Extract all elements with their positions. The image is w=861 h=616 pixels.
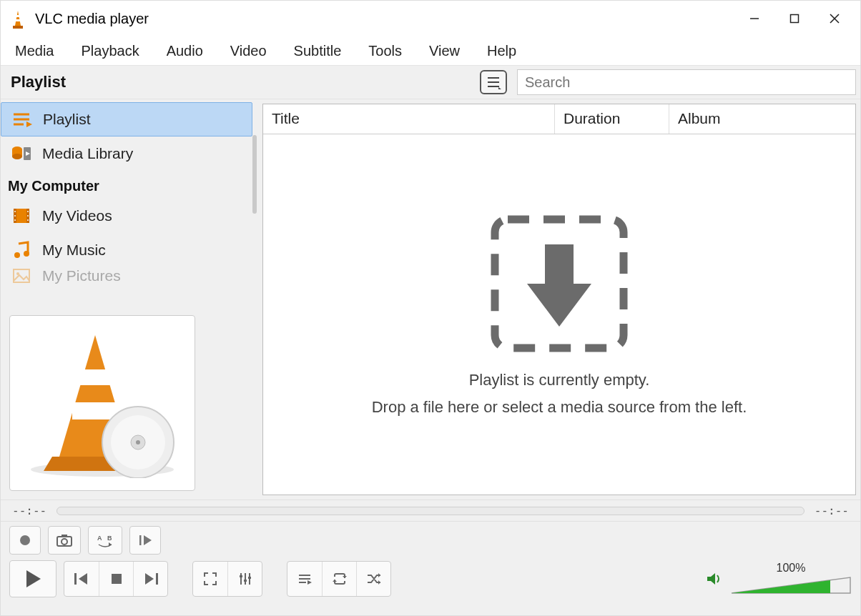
svg-marker-54 [26, 570, 41, 587]
playlist-heading: Playlist [1, 73, 258, 91]
svg-text:B: B [107, 535, 112, 542]
close-button[interactable] [815, 4, 855, 33]
volume-percent-label: 100% [777, 562, 806, 575]
window-title: VLC media player [35, 11, 734, 27]
svg-marker-71 [333, 580, 337, 582]
svg-point-24 [14, 211, 16, 212]
menu-playback[interactable]: Playback [74, 39, 146, 64]
search-box [517, 69, 860, 95]
seek-bar-row: --:-- --:-- [1, 500, 860, 521]
list-view-icon [486, 75, 501, 89]
empty-message-line2: Drop a file here or select a media sourc… [372, 398, 747, 417]
menu-view[interactable]: View [422, 39, 467, 64]
music-icon [11, 239, 32, 261]
toggle-playlist-button[interactable] [287, 562, 322, 596]
svg-rect-5 [791, 15, 799, 23]
column-header-title[interactable]: Title [263, 104, 555, 134]
frame-step-button[interactable] [129, 526, 161, 555]
previous-button[interactable] [64, 562, 99, 596]
svg-marker-72 [378, 573, 380, 577]
remaining-time: --:-- [815, 504, 849, 517]
record-button[interactable] [9, 526, 41, 555]
play-icon [24, 569, 42, 589]
svg-rect-37 [72, 402, 118, 419]
menubar: Media Playback Audio Video Subtitle Tool… [1, 36, 860, 65]
previous-icon [73, 572, 90, 586]
playlist-empty-drop-zone[interactable]: Playlist is currently empty. Drop a file… [263, 134, 855, 495]
svg-rect-36 [79, 369, 111, 385]
view-controls-group [192, 561, 262, 597]
svg-point-26 [14, 219, 16, 221]
svg-marker-11 [498, 87, 501, 89]
record-icon [18, 533, 32, 547]
maximize-button[interactable] [774, 4, 815, 33]
media-library-icon [11, 143, 32, 164]
loop-icon [331, 572, 348, 586]
svg-point-31 [24, 251, 29, 257]
playlist-view-toggle-button[interactable] [480, 70, 507, 94]
svg-point-18 [12, 154, 22, 159]
window-controls [734, 4, 855, 33]
svg-rect-52 [139, 535, 142, 545]
sidebar-item-my-music[interactable]: My Music [1, 233, 252, 267]
video-icon [11, 205, 32, 227]
column-header-album[interactable]: Album [669, 104, 855, 134]
vlc-cone-icon [9, 10, 26, 27]
sidebar-item-label: My Music [42, 242, 106, 259]
drop-arrow-icon [488, 212, 631, 355]
sidebar-item-label: My Videos [42, 207, 112, 224]
menu-subtitle[interactable]: Subtitle [287, 39, 349, 64]
menu-media[interactable]: Media [8, 39, 61, 64]
titlebar: VLC media player [1, 1, 860, 36]
menu-tools[interactable]: Tools [361, 39, 409, 64]
fullscreen-button[interactable] [193, 562, 227, 596]
svg-point-27 [27, 211, 29, 212]
sidebar-scrollbar[interactable] [252, 135, 257, 214]
frame-step-icon [137, 533, 153, 547]
sidebar-item-label: Playlist [43, 111, 91, 128]
pictures-icon [11, 267, 32, 284]
sidebar-item-media-library[interactable]: Media Library [1, 136, 252, 171]
vlc-cone-disc-icon [24, 328, 181, 478]
menu-video[interactable]: Video [223, 39, 274, 64]
svg-point-28 [27, 215, 29, 217]
stop-icon [110, 572, 123, 585]
play-button[interactable] [9, 560, 56, 597]
seek-slider[interactable] [56, 507, 805, 515]
sidebar-section-my-computer: My Computer [1, 171, 252, 199]
minimize-button[interactable] [734, 4, 774, 33]
loop-ab-icon: AB [96, 533, 114, 547]
playlist-icon [11, 109, 33, 130]
svg-marker-51 [109, 542, 112, 547]
svg-point-42 [136, 440, 140, 444]
svg-rect-64 [244, 580, 247, 582]
camera-icon [56, 533, 73, 547]
shuffle-button[interactable] [356, 562, 390, 596]
speaker-icon[interactable] [706, 571, 724, 587]
svg-rect-2 [16, 19, 21, 21]
next-button[interactable] [133, 562, 167, 596]
sidebar-item-my-videos[interactable]: My Videos [1, 199, 252, 233]
extended-settings-button[interactable] [227, 562, 262, 596]
menu-help[interactable]: Help [480, 39, 523, 64]
volume-slider[interactable] [730, 576, 852, 596]
playlist-toggle-icon [297, 572, 313, 586]
column-header-duration[interactable]: Duration [555, 104, 669, 134]
svg-marker-58 [145, 573, 154, 585]
sidebar: Playlist Media Library My Computer My Vi… [1, 99, 258, 500]
playback-nav-group [64, 561, 168, 597]
search-input[interactable] [517, 69, 856, 95]
svg-rect-59 [156, 573, 158, 585]
svg-marker-0 [15, 11, 21, 26]
sidebar-item-playlist[interactable]: Playlist [1, 102, 252, 136]
svg-point-29 [27, 219, 29, 221]
controls-panel: AB 100% [1, 521, 860, 615]
stop-button[interactable] [99, 562, 133, 596]
snapshot-button[interactable] [48, 526, 81, 555]
svg-point-45 [20, 535, 30, 545]
loop-button[interactable] [322, 562, 356, 596]
svg-rect-55 [74, 573, 77, 585]
loop-ab-button[interactable]: AB [88, 526, 122, 555]
menu-audio[interactable]: Audio [159, 39, 210, 64]
sidebar-item-my-pictures[interactable]: My Pictures [1, 267, 252, 284]
